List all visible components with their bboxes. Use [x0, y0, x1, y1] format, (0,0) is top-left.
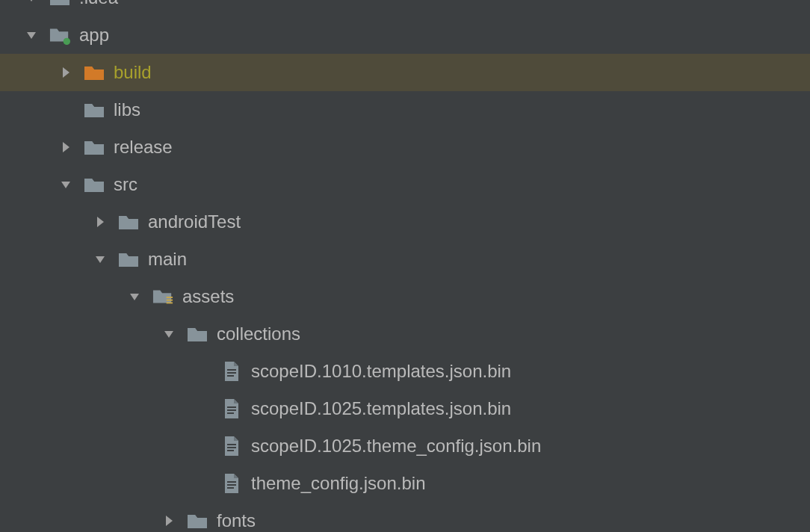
tree-item-label: src — [114, 176, 137, 194]
svg-rect-15 — [227, 487, 234, 489]
tree-item-label: scopeID.1025.templates.json.bin — [251, 400, 511, 418]
svg-rect-10 — [227, 444, 236, 445]
file-icon — [221, 361, 242, 382]
folder-icon — [187, 324, 208, 344]
svg-rect-2 — [167, 300, 173, 301]
tree-row[interactable]: theme_config.json.bin — [0, 465, 810, 502]
folder-icon — [187, 510, 208, 531]
svg-rect-4 — [227, 369, 236, 371]
svg-rect-5 — [227, 372, 236, 374]
tree-row[interactable]: scopeID.1025.templates.json.bin — [0, 390, 810, 427]
tree-row[interactable]: .idea — [0, 0, 118, 16]
chevron-right-icon[interactable] — [58, 65, 73, 80]
svg-rect-9 — [227, 412, 234, 414]
folder-icon — [49, 25, 70, 46]
tree-item-label: release — [114, 138, 173, 156]
svg-rect-6 — [227, 375, 234, 377]
svg-rect-13 — [227, 481, 236, 483]
tree-item-label: libs — [114, 101, 140, 119]
folder-icon — [152, 286, 173, 307]
chevron-down-icon[interactable] — [161, 327, 176, 341]
tree-item-label: androidTest — [148, 213, 241, 231]
chevron-down-icon[interactable] — [24, 28, 39, 43]
tree-row[interactable]: scopeID.1010.templates.json.bin — [0, 353, 810, 390]
chevron-right-icon[interactable] — [58, 140, 73, 155]
tree-item-label: collections — [217, 325, 300, 343]
folder-icon — [84, 137, 105, 158]
folder-icon — [84, 62, 105, 83]
folder-icon — [84, 99, 105, 120]
svg-rect-7 — [227, 406, 236, 408]
tree-item-label: scopeID.1010.templates.json.bin — [251, 362, 511, 380]
svg-rect-1 — [167, 297, 173, 298]
tree-item-label: main — [148, 250, 187, 268]
tree-item-label: theme_config.json.bin — [251, 474, 425, 492]
svg-rect-12 — [227, 450, 234, 451]
file-icon — [221, 436, 242, 457]
chevron-right-icon[interactable] — [93, 214, 108, 229]
chevron-down-icon[interactable] — [58, 177, 73, 192]
svg-point-0 — [64, 38, 70, 45]
tree-row[interactable]: build — [0, 54, 810, 91]
tree-row[interactable]: libs — [0, 91, 810, 129]
tree-item-label: fonts — [217, 512, 256, 530]
chevron-down-icon[interactable] — [127, 289, 142, 304]
tree-item-label: scopeID.1025.theme_config.json.bin — [251, 437, 541, 455]
chevron-down-icon[interactable] — [24, 0, 39, 5]
tree-item-label: .idea — [79, 0, 118, 7]
tree-item-label: build — [114, 64, 152, 81]
folder-icon — [118, 211, 139, 232]
tree-row[interactable]: main — [0, 241, 810, 278]
chevron-down-icon[interactable] — [93, 252, 108, 267]
tree-row[interactable]: assets — [0, 278, 810, 315]
svg-rect-8 — [227, 409, 236, 411]
folder-icon — [84, 174, 105, 195]
tree-item-label: assets — [182, 288, 234, 306]
tree-row[interactable]: release — [0, 129, 810, 166]
tree-item-label: app — [79, 26, 109, 44]
svg-rect-14 — [227, 484, 236, 486]
chevron-right-icon[interactable] — [161, 513, 176, 528]
file-icon — [221, 473, 242, 494]
folder-icon — [49, 0, 70, 8]
tree-row[interactable]: androidTest — [0, 203, 810, 241]
partial-row: .idea — [0, 0, 810, 16]
file-icon — [221, 398, 242, 419]
tree-row[interactable]: collections — [0, 315, 810, 353]
tree-row[interactable]: src — [0, 166, 810, 203]
tree-row[interactable]: fonts — [0, 502, 810, 532]
folder-icon — [118, 249, 139, 270]
tree-row[interactable]: scopeID.1025.theme_config.json.bin — [0, 427, 810, 465]
tree-row[interactable]: app — [0, 16, 810, 54]
svg-rect-3 — [167, 302, 173, 303]
svg-rect-11 — [227, 447, 236, 448]
